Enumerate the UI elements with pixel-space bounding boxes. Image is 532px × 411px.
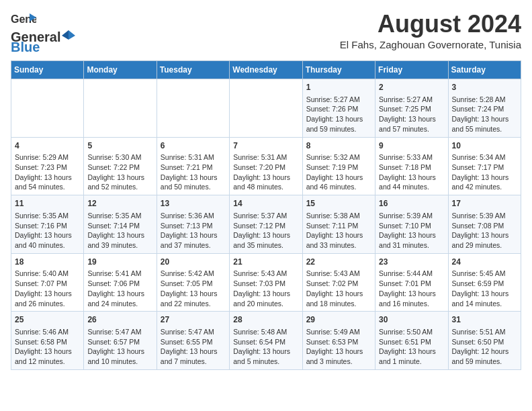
day-info-line: Sunrise: 5:27 AM [379,95,444,105]
day-info-line: Sunset: 7:12 PM [233,221,298,231]
day-info-line: and 40 minutes. [15,240,80,250]
day-info-line: Sunrise: 5:38 AM [306,211,371,221]
day-number: 24 [452,257,517,268]
day-info-line: Sunrise: 5:42 AM [161,269,226,279]
day-info-line: and 37 minutes. [161,240,226,250]
day-info-line: Daylight: 13 hours [452,230,517,240]
day-number: 29 [306,314,371,326]
day-info-line: Sunset: 6:50 PM [452,337,517,347]
day-info-line: and 35 minutes. [233,240,298,250]
logo-icon: General [11,11,36,32]
day-info-line: Daylight: 13 hours [306,347,371,357]
calendar-body: 1Sunrise: 5:27 AMSunset: 7:26 PMDaylight… [11,79,521,370]
day-info-line: Daylight: 13 hours [233,173,298,183]
day-info-line: Daylight: 13 hours [15,347,80,357]
day-number: 10 [452,140,517,152]
calendar-cell: 22Sunrise: 5:43 AMSunset: 7:02 PMDayligh… [302,253,375,312]
calendar-cell: 30Sunrise: 5:50 AMSunset: 6:51 PMDayligh… [375,312,448,370]
day-info-line: and 48 minutes. [233,182,298,192]
day-number: 30 [379,314,444,326]
day-info-line: Daylight: 13 hours [452,173,517,183]
calendar-week-2: 4Sunrise: 5:29 AMSunset: 7:23 PMDaylight… [11,137,521,195]
day-number: 25 [15,314,80,326]
day-info-line: and 26 minutes. [15,299,80,309]
day-info-line: and 14 minutes. [452,299,517,309]
day-info-line: Daylight: 13 hours [15,230,80,240]
logo: General General Blue [11,11,75,55]
day-info-line: Daylight: 13 hours [161,347,226,357]
day-info-line: Sunrise: 5:39 AM [452,211,517,221]
day-info-line: Sunrise: 5:29 AM [15,152,80,163]
day-number: 7 [233,140,298,152]
day-info-line: Sunset: 7:23 PM [15,163,80,173]
day-info-line: Daylight: 12 hours [452,347,517,357]
day-info-line: Sunset: 7:07 PM [15,279,80,289]
calendar-cell: 15Sunrise: 5:38 AMSunset: 7:11 PMDayligh… [302,195,375,254]
day-number: 14 [233,198,298,210]
day-number: 17 [452,198,517,210]
day-info-line: Sunrise: 5:34 AM [452,152,517,163]
header-day-thursday: Thursday [302,61,375,79]
day-info-line: Daylight: 13 hours [379,114,444,124]
day-info-line: Sunrise: 5:37 AM [233,211,298,221]
calendar-cell: 13Sunrise: 5:36 AMSunset: 7:13 PMDayligh… [157,195,229,254]
calendar-cell [230,79,302,138]
day-info-line: Sunset: 7:26 PM [306,104,371,114]
calendar-cell: 10Sunrise: 5:34 AMSunset: 7:17 PMDayligh… [448,137,521,195]
header-day-sunday: Sunday [11,61,84,79]
calendar-week-1: 1Sunrise: 5:27 AMSunset: 7:26 PMDaylight… [11,79,521,138]
day-info-line: Sunrise: 5:40 AM [15,269,80,279]
day-info-line: Sunset: 7:11 PM [306,221,371,231]
calendar-cell [11,79,84,138]
calendar-cell: 7Sunrise: 5:31 AMSunset: 7:20 PMDaylight… [230,137,302,195]
calendar-cell: 28Sunrise: 5:48 AMSunset: 6:54 PMDayligh… [230,312,302,370]
day-number: 16 [379,198,444,210]
day-info-line: Sunset: 7:25 PM [379,104,444,114]
day-info-line: and 44 minutes. [379,182,444,192]
day-info-line: Sunrise: 5:48 AM [233,327,298,337]
day-info-line: and 12 minutes. [15,357,80,367]
calendar-week-3: 11Sunrise: 5:35 AMSunset: 7:16 PMDayligh… [11,195,521,254]
day-info-line: and 5 minutes. [233,357,298,367]
day-info-line: Sunset: 6:53 PM [306,337,371,347]
day-info-line: and 57 minutes. [379,124,444,134]
calendar-cell: 16Sunrise: 5:39 AMSunset: 7:10 PMDayligh… [375,195,448,254]
day-info-line: Daylight: 13 hours [306,114,371,124]
day-number: 11 [15,198,80,210]
calendar-cell: 11Sunrise: 5:35 AMSunset: 7:16 PMDayligh… [11,195,84,254]
day-info-line: Sunrise: 5:50 AM [379,327,444,337]
location-subtitle: El Fahs, Zaghouan Governorate, Tunisia [340,39,521,50]
header-day-friday: Friday [375,61,448,79]
day-info-line: Daylight: 13 hours [87,173,152,183]
day-info-line: Sunset: 7:20 PM [233,163,298,173]
day-info-line: Daylight: 13 hours [161,230,226,240]
day-info-line: and 20 minutes. [233,299,298,309]
day-info-line: Daylight: 13 hours [233,347,298,357]
day-info-line: Daylight: 13 hours [379,173,444,183]
day-info-line: Daylight: 13 hours [233,230,298,240]
day-info-line: and 33 minutes. [306,240,371,250]
day-info-line: and 3 minutes. [306,357,371,367]
day-info-line: Sunset: 7:08 PM [452,221,517,231]
day-info-line: Sunrise: 5:47 AM [161,327,226,337]
day-number: 15 [306,198,371,210]
day-info-line: Sunset: 6:59 PM [452,279,517,289]
calendar-cell: 19Sunrise: 5:41 AMSunset: 7:06 PMDayligh… [84,253,157,312]
day-info-line: Sunset: 6:57 PM [87,337,152,347]
day-info-line: Sunrise: 5:44 AM [379,269,444,279]
day-info-line: and 59 minutes. [452,357,517,367]
day-info-line: Sunset: 7:21 PM [161,163,226,173]
day-info-line: Daylight: 13 hours [87,289,152,299]
day-info-line: Sunrise: 5:31 AM [161,152,226,163]
day-info-line: and 10 minutes. [87,357,152,367]
header-day-monday: Monday [84,61,157,79]
day-info-line: Sunrise: 5:28 AM [452,95,517,105]
day-info-line: Sunset: 7:06 PM [87,279,152,289]
svg-marker-3 [62,30,69,40]
day-info-line: Sunrise: 5:51 AM [452,327,517,337]
day-info-line: Daylight: 13 hours [306,173,371,183]
day-number: 22 [306,257,371,268]
day-number: 19 [87,257,152,268]
calendar-cell: 6Sunrise: 5:31 AMSunset: 7:21 PMDaylight… [157,137,229,195]
day-info-line: Sunrise: 5:49 AM [306,327,371,337]
